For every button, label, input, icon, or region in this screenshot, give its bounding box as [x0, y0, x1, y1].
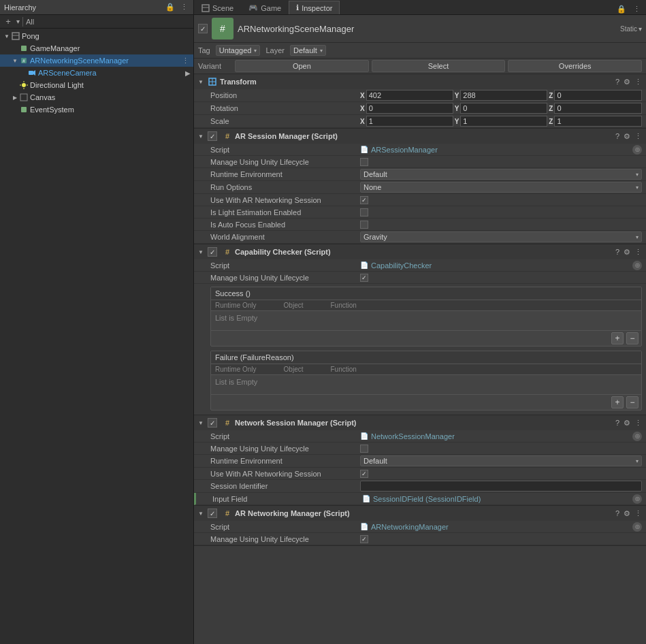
ar-networking-manager-help-btn[interactable]: ?: [615, 509, 619, 517]
ar-session-manage-lifecycle-checkbox[interactable]: [360, 158, 368, 166]
network-session-input-field-target-btn[interactable]: ◎: [632, 494, 642, 504]
network-session-help-btn[interactable]: ?: [615, 419, 619, 427]
position-y-input[interactable]: [460, 90, 547, 101]
network-session-enabled-checkbox[interactable]: ✓: [208, 418, 217, 428]
tag-dropdown[interactable]: Untagged ▾: [216, 45, 261, 56]
capability-checker-script-target-btn[interactable]: ◎: [632, 261, 642, 270]
tab-scene[interactable]: Scene: [194, 1, 241, 14]
tag-label: Tag: [198, 46, 210, 54]
hierarchy-all-label[interactable]: All: [26, 18, 34, 26]
hierarchy-more-icon[interactable]: ⋮: [178, 2, 189, 13]
capability-checker-header[interactable]: ▼ ✓ # Capability Checker (Script) ? ⚙ ⋮: [194, 244, 646, 259]
ar-session-more-btn[interactable]: ⋮: [634, 132, 642, 141]
object-icon: #: [212, 18, 233, 39]
ar-session-runtime-env-dropdown[interactable]: Default ▾: [360, 169, 642, 180]
ar-session-use-arnetworking-checkbox[interactable]: ✓: [360, 196, 368, 204]
network-session-manager-header[interactable]: ▼ ✓ # Network Session Manager (Script) ?…: [194, 415, 646, 430]
hierarchy-lock-icon[interactable]: 🔒: [165, 2, 176, 13]
transform-settings-btn[interactable]: ⚙: [624, 78, 630, 86]
tag-dropdown-arrow: ▾: [254, 48, 257, 54]
hierarchy-add-btn[interactable]: +: [3, 16, 14, 27]
ar-session-settings-btn[interactable]: ⚙: [624, 132, 630, 141]
ar-networking-manager-script-name: ARNetworkingManager: [371, 523, 449, 531]
network-session-identifier-input[interactable]: [360, 481, 642, 492]
canvas-arrow: ▶: [11, 93, 19, 101]
ar-session-run-options-dropdown[interactable]: None ▾: [360, 182, 642, 193]
ar-session-manager-header[interactable]: ▼ ✓ # AR Session Manager (Script) ? ⚙ ⋮: [194, 129, 646, 144]
network-session-title: Network Session Manager (Script): [235, 419, 613, 427]
transform-header[interactable]: ▼ Transform ? ⚙ ⋮: [194, 74, 646, 89]
hierarchy-item-pong[interactable]: ▼ Pong: [0, 30, 193, 42]
ar-networking-manager-header[interactable]: ▼ ✓ # AR Networking Manager (Script) ? ⚙…: [194, 506, 646, 521]
open-btn[interactable]: Open: [235, 60, 369, 72]
position-x-input[interactable]: [366, 90, 453, 101]
ar-networking-manager-settings-btn[interactable]: ⚙: [624, 509, 630, 518]
ar-session-light-estimation-checkbox[interactable]: [360, 208, 368, 216]
rotation-z-input[interactable]: [554, 103, 642, 114]
network-session-script-target-btn[interactable]: ◎: [632, 432, 642, 441]
network-session-manage-lifecycle-checkbox[interactable]: [360, 445, 368, 453]
ar-networking-manager-manage-lifecycle-checkbox[interactable]: ✓: [360, 535, 368, 543]
scale-y-input[interactable]: [460, 116, 547, 127]
object-enabled-checkbox[interactable]: ✓: [198, 24, 208, 33]
ar-session-world-alignment-dropdown[interactable]: Gravity ▾: [360, 231, 642, 242]
inspector-lock-icon[interactable]: 🔒: [616, 3, 627, 14]
rotation-x-input[interactable]: [366, 103, 453, 114]
failure-event-body: List is Empty: [211, 375, 641, 394]
position-z-input[interactable]: [554, 90, 642, 101]
network-session-runtime-env-dropdown[interactable]: Default ▾: [360, 455, 642, 466]
success-remove-btn[interactable]: −: [626, 332, 639, 344]
scale-z-input[interactable]: [554, 116, 642, 127]
hierarchy-item-canvas[interactable]: ▶ Canvas: [0, 91, 193, 103]
ar-session-script-target-btn[interactable]: ◎: [632, 145, 642, 155]
transform-help-btn[interactable]: ?: [615, 78, 619, 86]
capability-checker-enabled-checkbox[interactable]: ✓: [208, 247, 217, 257]
inspector-panel: Scene 🎮 Game ℹ Inspector 🔒 ⋮ ✓ # ARNetwo…: [194, 0, 646, 644]
tab-inspector[interactable]: ℹ Inspector: [289, 1, 340, 14]
arnetworking-menu-icon[interactable]: ⋮: [180, 55, 191, 66]
network-session-more-btn[interactable]: ⋮: [634, 419, 642, 428]
position-label: Position: [210, 91, 360, 99]
capability-checker-more-btn[interactable]: ⋮: [634, 248, 642, 257]
capability-checker-script-label: Script: [210, 261, 360, 270]
ar-networking-manager-enabled-checkbox[interactable]: ✓: [208, 509, 217, 518]
success-add-btn[interactable]: +: [611, 332, 624, 344]
hierarchy-item-arscenecamera[interactable]: ARSceneCamera ▶: [0, 67, 193, 79]
inspector-more-icon[interactable]: ⋮: [631, 3, 642, 14]
rotation-y-label: Y: [455, 105, 459, 112]
ar-session-auto-focus-row: Is Auto Focus Enabled: [194, 219, 646, 231]
network-session-settings-btn[interactable]: ⚙: [624, 419, 630, 428]
ar-session-enabled-checkbox[interactable]: ✓: [208, 131, 217, 141]
hierarchy-item-eventsystem[interactable]: EventSystem: [0, 103, 193, 116]
ar-networking-manager-more-btn[interactable]: ⋮: [634, 509, 642, 518]
transform-more-btn[interactable]: ⋮: [634, 78, 642, 86]
ar-session-auto-focus-checkbox[interactable]: [360, 221, 368, 229]
object-header: ✓ # ARNetworkingSceneManager Static ▾: [194, 15, 646, 43]
capability-checker-help-btn[interactable]: ?: [615, 248, 619, 256]
network-session-script-name: NetworkSessionManager: [371, 432, 455, 440]
ar-session-help-btn[interactable]: ?: [615, 132, 619, 140]
scale-x-input[interactable]: [366, 116, 453, 127]
capability-checker-script-icon: 📄: [360, 261, 368, 269]
rotation-y-input[interactable]: [460, 103, 547, 114]
hierarchy-item-arnetworking[interactable]: ▼ # ARNetworkingSceneManager ⋮: [0, 54, 193, 67]
network-session-use-arnetworking-checkbox[interactable]: ✓: [360, 470, 368, 478]
transform-component: ▼ Transform ? ⚙ ⋮ Position X: [194, 74, 646, 129]
ar-networking-manager-script-target-btn[interactable]: ◎: [632, 522, 642, 532]
overrides-btn[interactable]: Overrides: [508, 60, 642, 72]
directionallight-icon: [19, 80, 29, 90]
capability-checker-settings-btn[interactable]: ⚙: [624, 248, 630, 257]
failure-add-btn[interactable]: +: [611, 396, 624, 408]
ar-networking-manager-script-icon: 📄: [360, 523, 368, 530]
network-session-manager-component: ▼ ✓ # Network Session Manager (Script) ?…: [194, 415, 646, 506]
hierarchy-item-directionallight[interactable]: Directional Light: [0, 79, 193, 91]
hierarchy-dropdown-icon[interactable]: ▾: [16, 18, 20, 25]
select-btn[interactable]: Select: [372, 60, 506, 72]
failure-remove-btn[interactable]: −: [626, 396, 639, 408]
capability-checker-manage-lifecycle-checkbox[interactable]: ✓: [360, 274, 368, 282]
static-badge[interactable]: Static ▾: [620, 25, 642, 33]
svg-point-7: [22, 83, 26, 87]
tab-game[interactable]: 🎮 Game: [241, 1, 289, 14]
layer-dropdown[interactable]: Default ▾: [290, 45, 326, 56]
hierarchy-item-gamemanager[interactable]: GameManager: [0, 42, 193, 54]
